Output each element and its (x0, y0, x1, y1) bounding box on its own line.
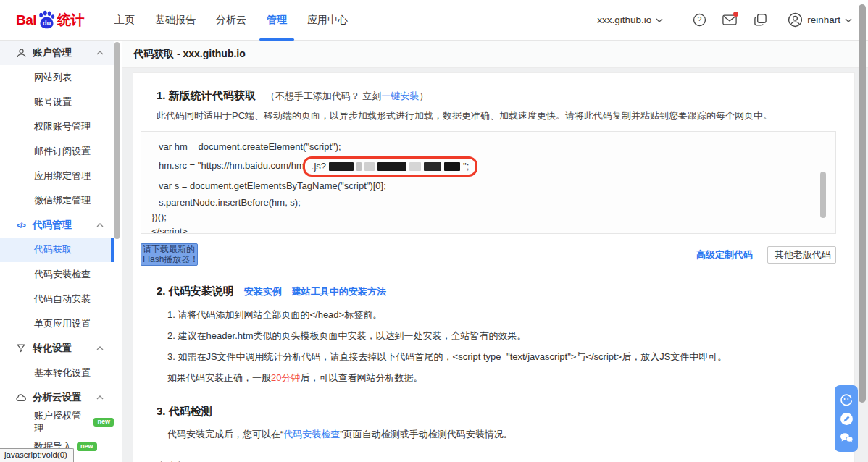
legacy-code-dropdown-value: 其他老版代码 (775, 249, 831, 260)
install-step-3: 3. 如需在JS文件中调用统计分析代码，请直接去掉以下代码首尾的，<script… (167, 350, 836, 364)
nav-icon-group: ? (692, 13, 767, 28)
advanced-custom-code-link[interactable]: 高级定制代码 (696, 248, 753, 261)
survey-pencil-icon[interactable] (839, 411, 854, 426)
chat-bubbles-icon[interactable] (839, 430, 854, 445)
sidebar-item-code-get[interactable]: 代码获取 (0, 238, 114, 262)
sidebar-section-label: 账户管理 (33, 46, 72, 59)
multi-site-copy-icon[interactable] (753, 13, 767, 28)
sidebar-item-account-authorization[interactable]: 账户授权管理 new (0, 410, 114, 434)
code-install-check-link[interactable]: 代码安装检查 (283, 429, 340, 440)
unread-badge-dot (733, 12, 738, 17)
code-line-1: var hm = document.createElement("script"… (151, 140, 821, 154)
nav-item-basic-reports[interactable]: 基础报告 (145, 0, 206, 41)
sidebar-section-analytics-cloud[interactable]: 分析云设置 (0, 385, 114, 410)
sidebar-item-basic-conversion[interactable]: 基本转化设置 (0, 361, 114, 385)
chevron-up-icon (96, 395, 104, 400)
baidu-tongji-screen: Bai du 统计 主页 基础报告 分析云 管理 (0, 0, 868, 462)
hint-prefix: （不想手工添加代码？ 立刻 (266, 91, 382, 101)
note-suffix: 后，可以查看网站分析数据。 (300, 372, 422, 383)
code-check-suffix: ”页面自动检测或手动检测代码安装情况。 (340, 429, 512, 440)
baidu-paw-icon: du (37, 10, 57, 30)
sidebar-item-email-subscription[interactable]: 邮件订阅设置 (0, 139, 114, 164)
logo-text-bai: Bai (16, 12, 36, 28)
top-navigation-bar: Bai du 统计 主页 基础报告 分析云 管理 (0, 0, 868, 41)
new-badge: new (77, 442, 97, 451)
page-title: 代码获取 - xxx.github.io (133, 48, 246, 61)
chevron-up-icon (96, 346, 104, 350)
svg-text:du: du (43, 19, 51, 27)
nav-item-manage[interactable]: 管理 (256, 0, 297, 41)
redacted-site-key (329, 162, 460, 171)
customer-service-icon[interactable] (839, 392, 854, 407)
code-icon: </> (16, 222, 26, 230)
sidebar-item-code-auto-install[interactable]: 代码自动安装 (0, 287, 114, 311)
redaction-highlight-frame: .js?"; (303, 156, 477, 177)
content-card: 1. 新版统计代码获取 （不想手工添加代码？ 立刻一键安装） 此代码同时适用于P… (133, 72, 855, 462)
user-icon (16, 49, 26, 58)
site-selector-value: xxx.github.io (597, 14, 651, 25)
sidebar-section-account[interactable]: 账户管理 (0, 41, 114, 65)
sidebar-item-account-settings[interactable]: 账号设置 (0, 90, 114, 114)
page-header: 代码获取 - xxx.github.io (122, 41, 868, 68)
site-selector-dropdown[interactable]: xxx.github.io (597, 14, 663, 25)
hint-suffix: ） (419, 91, 428, 101)
sidebar-section-label: 代码管理 (33, 219, 72, 232)
section1-description: 此代码同时适用于PC端、移动端的页面，以异步加载形式进行加载，数据更准确、加载速… (157, 109, 836, 122)
code-check-prefix: 代码安装完成后，您可以在“ (167, 429, 283, 440)
left-sidebar: 账户管理 网站列表 账号设置 权限账号管理 邮件订阅设置 应用绑定管理 微信绑定… (0, 41, 122, 462)
flash-button-line2: Flash播放器！ (143, 255, 196, 265)
sidebar-section-code[interactable]: </> 代码管理 (0, 213, 114, 238)
install-steps: 1. 请将代码添加到网站全部页面的</head>标签前。 2. 建议在heade… (167, 308, 836, 364)
note-prefix: 如果代码安装正确，一般 (167, 372, 271, 383)
flash-button-line1: 请下载最新的 (143, 245, 196, 255)
sidebar-item-label: 账户授权管理 (34, 409, 88, 435)
username-label: reinhart (807, 14, 840, 25)
chevron-up-icon (96, 51, 104, 55)
section1-hint: （不想手工添加代码？ 立刻一键安装） (266, 90, 429, 103)
cloud-icon (16, 394, 26, 402)
sidebar-scrollbar-thumb[interactable] (114, 42, 120, 239)
logo-text-tongji: 统计 (57, 11, 84, 30)
help-icon[interactable]: ? (692, 13, 706, 28)
site-builder-install-link[interactable]: 建站工具中的安装方法 (292, 285, 386, 298)
chevron-down-icon (845, 18, 852, 22)
sidebar-section-conversion[interactable]: 转化设置 (0, 336, 114, 361)
one-click-install-link[interactable]: 一键安装 (381, 91, 419, 101)
user-menu[interactable]: reinhart (788, 12, 852, 28)
status-bar-link-preview: javascript:void(0) (0, 448, 74, 462)
avatar-icon (788, 12, 803, 28)
svg-text:?: ? (697, 16, 701, 24)
primary-nav-list: 主页 基础报告 分析云 管理 应用中心 (104, 0, 358, 41)
code-scrollbar-thumb[interactable] (820, 172, 826, 218)
sidebar-section-label: 分析云设置 (33, 391, 82, 404)
page-scrollbar-thumb[interactable] (859, 4, 866, 403)
legacy-code-dropdown[interactable]: 其他老版代码 (767, 246, 836, 264)
note-20min-highlight: 20分钟 (271, 372, 300, 383)
sidebar-item-permission-accounts[interactable]: 权限账号管理 (0, 114, 114, 139)
main-content-area: 代码获取 - xxx.github.io 1. 新版统计代码获取 （不想手工添加… (122, 41, 868, 462)
nav-item-home[interactable]: 主页 (104, 0, 145, 41)
code-line-6: </script> (151, 224, 821, 234)
section1-title: 1. 新版统计代码获取 (157, 89, 256, 103)
install-step-2: 2. 建议在header.htm类似的页头模板页面中安装，以达到一处安装，全站皆… (167, 329, 836, 343)
section2-title: 2. 代码安装说明 (157, 285, 234, 298)
sidebar-item-wechat-binding[interactable]: 微信绑定管理 (0, 188, 114, 213)
sidebar-item-app-binding[interactable]: 应用绑定管理 (0, 164, 114, 188)
install-step-1: 1. 请将代码添加到网站全部页面的</head>标签前。 (167, 308, 836, 322)
tracking-code-box[interactable]: var hm = document.createElement("script"… (141, 131, 836, 234)
install-example-link[interactable]: 安装实例 (244, 285, 282, 298)
copy-code-flash-button[interactable]: 请下载最新的 Flash播放器！ (141, 243, 198, 266)
code-line-4: s.parentNode.insertBefore(hm, s); (151, 196, 821, 210)
code-line-2-suffix: "; (463, 159, 469, 174)
messages-icon[interactable] (722, 13, 737, 28)
nav-item-app-center[interactable]: 应用中心 (297, 0, 358, 41)
code-line-2-boxed-prefix: .js? (312, 159, 326, 174)
sidebar-item-code-install-check[interactable]: 代码安装检查 (0, 262, 114, 287)
code-line-3: var s = document.getElementsByTagName("s… (151, 179, 821, 193)
floating-feedback-panel (835, 385, 858, 452)
section3-title: 3. 代码检测 (157, 405, 212, 419)
sidebar-item-spa-settings[interactable]: 单页应用设置 (0, 311, 114, 336)
nav-item-analytics-cloud[interactable]: 分析云 (206, 0, 256, 41)
baidu-tongji-logo[interactable]: Bai du 统计 (16, 10, 85, 30)
sidebar-item-site-list[interactable]: 网站列表 (0, 65, 114, 90)
